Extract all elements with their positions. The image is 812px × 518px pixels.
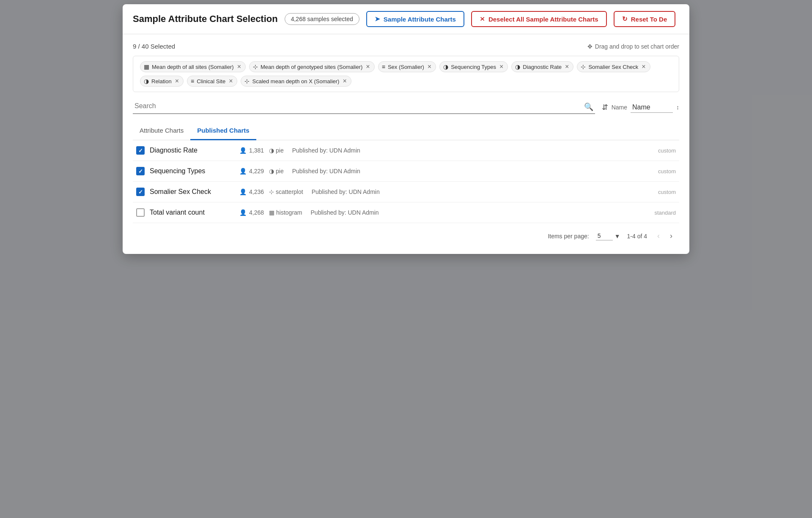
search-container: 🔍 xyxy=(133,101,595,114)
selected-chip: ◑ Relation × xyxy=(140,76,184,87)
pagination-row: Items per page: 5 10 25 50 ▼ 1-4 of 4 ‹ … xyxy=(133,223,679,245)
chip-remove-button[interactable]: × xyxy=(229,78,233,85)
selection-count: 9 / 40 Selected xyxy=(133,43,175,50)
row-count: 👤 4,268 xyxy=(239,209,264,216)
selection-info: 9 / 40 Selected ✥ Drag and drop to set c… xyxy=(133,43,679,50)
row-chart-type: ▦ histogram xyxy=(269,209,302,216)
tab-attribute[interactable]: Attribute Charts xyxy=(133,123,190,140)
row-checkbox[interactable] xyxy=(136,208,145,217)
row-tag: standard xyxy=(654,210,676,216)
search-sort-row: 🔍 ⇵ Name Name Count Type ↕ xyxy=(133,101,679,114)
table-row: Somalier Sex Check 👤 4,236 ⊹ scatterplot… xyxy=(133,182,679,202)
sort-container: ⇵ Name Name Count Type ↕ xyxy=(602,102,679,113)
chip-label: Mean depth of genotyped sites (Somalier) xyxy=(261,64,362,70)
selected-chip: ◑ Sequencing Types × xyxy=(439,61,508,72)
row-name: Diagnostic Rate xyxy=(150,147,234,154)
selected-chip: ▦ Mean depth of all sites (Somalier) × xyxy=(140,61,246,72)
modal-overlay[interactable]: Sample Attribute Chart Selection 4,268 s… xyxy=(0,0,812,518)
table-row: Diagnostic Rate 👤 1,381 ◑ pie Published … xyxy=(133,140,679,161)
chip-remove-button[interactable]: × xyxy=(428,63,431,70)
row-chart-type: ⊹ scatterplot xyxy=(269,188,303,195)
prev-page-button[interactable]: ‹ xyxy=(654,230,663,242)
sample-attribute-charts-button[interactable]: ➤ Sample Attribute Charts xyxy=(366,11,464,27)
chip-label: Clinical Site xyxy=(197,78,225,85)
page-nav: ‹ › xyxy=(654,230,676,242)
deselect-icon: ⨯ xyxy=(480,15,485,23)
chip-remove-button[interactable]: × xyxy=(175,78,179,85)
chip-icon: ◑ xyxy=(144,78,149,85)
row-count: 👤 1,381 xyxy=(239,147,264,154)
reset-button[interactable]: ↻ Reset To De xyxy=(614,11,676,27)
selected-chip: ⊹ Mean depth of genotyped sites (Somalie… xyxy=(249,61,375,72)
chip-icon: ▦ xyxy=(144,63,149,70)
chip-label: Diagnostic Rate xyxy=(523,64,562,70)
search-icon: 🔍 xyxy=(584,102,593,112)
chart-type-icon: ▦ xyxy=(269,209,274,216)
row-checkbox[interactable] xyxy=(136,146,145,155)
selected-chips-container: ▦ Mean depth of all sites (Somalier) ×⊹ … xyxy=(133,56,679,92)
chart-type-icon: ◑ xyxy=(269,168,274,174)
modal: Sample Attribute Chart Selection 4,268 s… xyxy=(123,4,689,254)
row-name: Total variant count xyxy=(150,209,234,216)
row-publisher: Published by: UDN Admin xyxy=(292,147,360,154)
chip-remove-button[interactable]: × xyxy=(343,78,346,85)
row-chart-type: ◑ pie xyxy=(269,168,284,174)
row-checkbox[interactable] xyxy=(136,188,145,196)
selected-chip: ⊹ Scaled mean depth on X (Somalier) × xyxy=(241,76,351,87)
chip-icon: ⊹ xyxy=(253,63,258,70)
chip-remove-button[interactable]: × xyxy=(499,63,503,70)
chip-label: Sequencing Types xyxy=(451,64,496,70)
chip-icon: ≡ xyxy=(191,78,194,85)
chip-label: Mean depth of all sites (Somalier) xyxy=(152,64,234,70)
chip-icon: ⊹ xyxy=(581,63,586,70)
sort-icon: ⇵ xyxy=(602,103,608,112)
samples-badge: 4,268 samples selected xyxy=(285,13,359,25)
next-page-button[interactable]: › xyxy=(667,230,676,242)
page-range: 1-4 of 4 xyxy=(627,233,647,240)
per-page-wrapper: 5 10 25 50 ▼ xyxy=(596,232,620,240)
search-input[interactable] xyxy=(133,101,595,112)
tabs: Attribute ChartsPublished Charts xyxy=(133,123,679,140)
row-name: Sequencing Types xyxy=(150,167,234,175)
chip-label: Relation xyxy=(151,78,172,85)
chip-icon: ◑ xyxy=(515,63,520,70)
selected-chip: ≡ Sex (Somalier) × xyxy=(378,61,436,72)
per-page-select[interactable]: 5 10 25 50 xyxy=(596,232,613,240)
selected-chip: ≡ Clinical Site × xyxy=(187,76,237,87)
row-tag: custom xyxy=(658,147,676,154)
chip-remove-button[interactable]: × xyxy=(237,63,241,70)
chip-label: Sex (Somalier) xyxy=(388,64,424,70)
people-icon: 👤 xyxy=(239,209,247,216)
sort-select[interactable]: Name Count Type xyxy=(631,102,673,113)
people-icon: 👤 xyxy=(239,147,247,154)
chip-remove-button[interactable]: × xyxy=(366,63,370,70)
modal-body: 9 / 40 Selected ✥ Drag and drop to set c… xyxy=(123,34,689,254)
chip-remove-button[interactable]: × xyxy=(565,63,569,70)
row-chart-type: ◑ pie xyxy=(269,147,284,154)
chip-remove-button[interactable]: × xyxy=(642,63,645,70)
row-publisher: Published by: UDN Admin xyxy=(292,168,360,174)
modal-title: Sample Attribute Chart Selection xyxy=(133,14,278,25)
people-icon: 👤 xyxy=(239,168,247,174)
modal-header: Sample Attribute Chart Selection 4,268 s… xyxy=(123,4,689,34)
sort-direction-icon[interactable]: ↕ xyxy=(676,104,679,111)
drag-hint: ✥ Drag and drop to set chart order xyxy=(587,43,679,50)
chip-label: Scaled mean depth on X (Somalier) xyxy=(252,78,339,85)
table-row: Sequencing Types 👤 4,229 ◑ pie Published… xyxy=(133,161,679,182)
people-icon: 👤 xyxy=(239,188,247,195)
chart-type-icon: ⊹ xyxy=(269,188,274,195)
chip-icon: ⊹ xyxy=(244,78,250,85)
selected-chip: ◑ Diagnostic Rate × xyxy=(511,61,573,72)
table-section: Diagnostic Rate 👤 1,381 ◑ pie Published … xyxy=(133,140,679,223)
row-tag: custom xyxy=(658,189,676,195)
row-tag: custom xyxy=(658,168,676,174)
row-checkbox[interactable] xyxy=(136,167,145,175)
tab-published[interactable]: Published Charts xyxy=(190,123,256,140)
deselect-all-button[interactable]: ⨯ Deselect All Sample Attribute Charts xyxy=(471,11,607,27)
table-row: Total variant count 👤 4,268 ▦ histogram … xyxy=(133,202,679,223)
row-count: 👤 4,229 xyxy=(239,168,264,174)
drag-icon: ✥ xyxy=(587,43,593,50)
chip-icon: ◑ xyxy=(443,63,448,70)
chart-icon: ➤ xyxy=(375,15,380,23)
chip-label: Somalier Sex Check xyxy=(588,64,638,70)
